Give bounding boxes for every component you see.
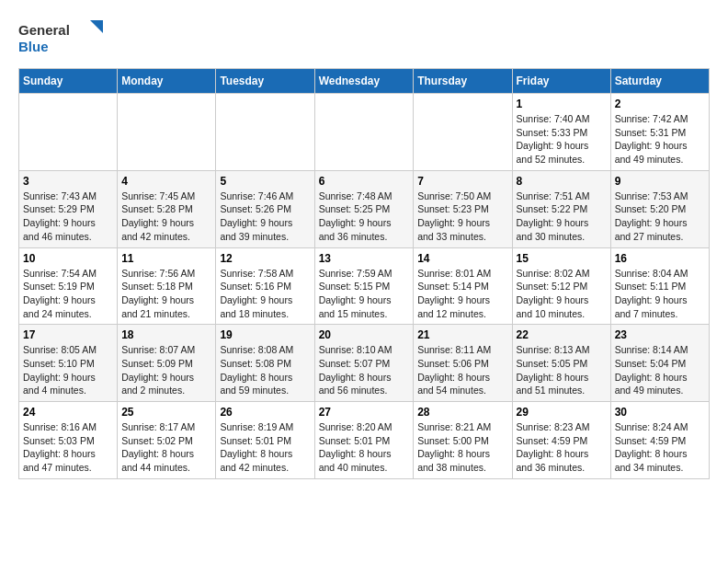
day-info: Sunrise: 7:45 AM Sunset: 5:28 PM Dayligh… [121,190,211,244]
calendar-cell [216,94,314,171]
calendar-table: SundayMondayTuesdayWednesdayThursdayFrid… [18,68,710,479]
calendar-cell [118,94,216,171]
day-info: Sunrise: 8:21 AM Sunset: 5:00 PM Dayligh… [417,420,507,475]
day-info: Sunrise: 7:42 AM Sunset: 5:31 PM Dayligh… [615,112,705,167]
day-number: 17 [23,328,113,341]
calendar-week-row: 1Sunrise: 7:40 AM Sunset: 5:33 PM Daylig… [19,94,710,171]
day-number: 10 [23,252,113,265]
day-number: 23 [615,328,705,341]
day-info: Sunrise: 8:17 AM Sunset: 5:02 PM Dayligh… [121,420,211,475]
calendar-week-row: 24Sunrise: 8:16 AM Sunset: 5:03 PM Dayli… [19,402,710,479]
day-info: Sunrise: 8:04 AM Sunset: 5:11 PM Dayligh… [615,267,705,321]
day-number: 26 [220,406,310,419]
svg-text:Blue: Blue [18,39,49,54]
day-info: Sunrise: 7:43 AM Sunset: 5:29 PM Dayligh… [23,190,113,244]
calendar-cell: 5Sunrise: 7:46 AM Sunset: 5:26 PM Daylig… [216,170,314,247]
calendar-cell [19,94,118,171]
calendar-cell: 23Sunrise: 8:14 AM Sunset: 5:04 PM Dayli… [610,325,709,402]
calendar-cell: 13Sunrise: 7:59 AM Sunset: 5:15 PM Dayli… [314,247,414,325]
calendar-cell: 21Sunrise: 8:11 AM Sunset: 5:06 PM Dayli… [414,325,512,402]
calendar-cell: 2Sunrise: 7:42 AM Sunset: 5:31 PM Daylig… [610,94,709,171]
day-number: 22 [517,328,607,341]
calendar-day-header: Sunday [19,69,118,94]
day-number: 21 [417,328,507,341]
day-info: Sunrise: 8:24 AM Sunset: 4:59 PM Dayligh… [615,420,705,475]
day-number: 2 [615,98,705,110]
calendar-day-header: Monday [118,69,216,94]
day-info: Sunrise: 8:14 AM Sunset: 5:04 PM Dayligh… [615,343,705,397]
svg-text:General: General [18,22,70,38]
day-info: Sunrise: 8:10 AM Sunset: 5:07 PM Dayligh… [319,343,410,397]
calendar-cell: 7Sunrise: 7:50 AM Sunset: 5:23 PM Daylig… [414,170,512,247]
day-number: 11 [121,252,211,265]
calendar-cell: 30Sunrise: 8:24 AM Sunset: 4:59 PM Dayli… [610,402,709,479]
day-number: 24 [23,406,113,419]
calendar-day-header: Saturday [610,69,709,94]
day-info: Sunrise: 8:08 AM Sunset: 5:08 PM Dayligh… [220,343,310,397]
calendar-header-row: SundayMondayTuesdayWednesdayThursdayFrid… [19,69,710,94]
calendar-cell [414,94,512,171]
calendar-cell: 6Sunrise: 7:48 AM Sunset: 5:25 PM Daylig… [314,170,414,247]
day-number: 7 [417,175,507,188]
calendar-day-header: Tuesday [216,69,314,94]
day-number: 5 [220,175,310,188]
calendar-day-header: Thursday [414,69,512,94]
day-info: Sunrise: 7:46 AM Sunset: 5:26 PM Dayligh… [220,190,310,244]
day-number: 19 [220,328,310,341]
calendar-cell: 22Sunrise: 8:13 AM Sunset: 5:05 PM Dayli… [512,325,610,402]
day-number: 30 [615,406,705,419]
day-info: Sunrise: 8:13 AM Sunset: 5:05 PM Dayligh… [517,343,607,397]
calendar-cell: 15Sunrise: 8:02 AM Sunset: 5:12 PM Dayli… [512,247,610,325]
calendar-cell: 19Sunrise: 8:08 AM Sunset: 5:08 PM Dayli… [216,325,314,402]
calendar-cell: 24Sunrise: 8:16 AM Sunset: 5:03 PM Dayli… [19,402,118,479]
logo-svg: General Blue [18,18,110,59]
day-info: Sunrise: 8:11 AM Sunset: 5:06 PM Dayligh… [417,343,507,397]
day-number: 29 [517,406,607,419]
calendar-day-header: Friday [512,69,610,94]
day-number: 1 [517,98,607,110]
day-number: 16 [615,252,705,265]
calendar-cell: 1Sunrise: 7:40 AM Sunset: 5:33 PM Daylig… [512,94,610,171]
calendar-day-header: Wednesday [314,69,414,94]
day-info: Sunrise: 8:05 AM Sunset: 5:10 PM Dayligh… [23,343,113,397]
day-info: Sunrise: 7:58 AM Sunset: 5:16 PM Dayligh… [220,267,310,321]
day-info: Sunrise: 7:40 AM Sunset: 5:33 PM Dayligh… [517,112,607,167]
day-info: Sunrise: 7:51 AM Sunset: 5:22 PM Dayligh… [517,190,607,244]
logo: General Blue [18,18,110,59]
day-info: Sunrise: 7:54 AM Sunset: 5:19 PM Dayligh… [23,267,113,321]
day-number: 3 [23,175,113,188]
day-number: 25 [121,406,211,419]
calendar-cell: 11Sunrise: 7:56 AM Sunset: 5:18 PM Dayli… [118,247,216,325]
day-number: 4 [121,175,211,188]
day-info: Sunrise: 7:50 AM Sunset: 5:23 PM Dayligh… [417,190,507,244]
day-info: Sunrise: 7:59 AM Sunset: 5:15 PM Dayligh… [319,267,410,321]
day-number: 13 [319,252,410,265]
day-info: Sunrise: 8:19 AM Sunset: 5:01 PM Dayligh… [220,420,310,475]
day-info: Sunrise: 7:53 AM Sunset: 5:20 PM Dayligh… [615,190,705,244]
day-number: 18 [121,328,211,341]
calendar-cell: 28Sunrise: 8:21 AM Sunset: 5:00 PM Dayli… [414,402,512,479]
calendar-cell: 4Sunrise: 7:45 AM Sunset: 5:28 PM Daylig… [118,170,216,247]
calendar-cell: 14Sunrise: 8:01 AM Sunset: 5:14 PM Dayli… [414,247,512,325]
calendar-cell: 25Sunrise: 8:17 AM Sunset: 5:02 PM Dayli… [118,402,216,479]
calendar-cell: 17Sunrise: 8:05 AM Sunset: 5:10 PM Dayli… [19,325,118,402]
calendar-week-row: 10Sunrise: 7:54 AM Sunset: 5:19 PM Dayli… [19,247,710,325]
svg-marker-2 [90,20,103,33]
page-header: General Blue [18,18,710,59]
calendar-week-row: 3Sunrise: 7:43 AM Sunset: 5:29 PM Daylig… [19,170,710,247]
calendar-cell: 27Sunrise: 8:20 AM Sunset: 5:01 PM Dayli… [314,402,414,479]
calendar-cell: 18Sunrise: 8:07 AM Sunset: 5:09 PM Dayli… [118,325,216,402]
calendar-cell: 16Sunrise: 8:04 AM Sunset: 5:11 PM Dayli… [610,247,709,325]
day-info: Sunrise: 7:56 AM Sunset: 5:18 PM Dayligh… [121,267,211,321]
calendar-cell: 8Sunrise: 7:51 AM Sunset: 5:22 PM Daylig… [512,170,610,247]
calendar-cell: 29Sunrise: 8:23 AM Sunset: 4:59 PM Dayli… [512,402,610,479]
calendar-cell: 20Sunrise: 8:10 AM Sunset: 5:07 PM Dayli… [314,325,414,402]
day-number: 27 [319,406,410,419]
day-number: 8 [517,175,607,188]
day-number: 20 [319,328,410,341]
calendar-cell: 3Sunrise: 7:43 AM Sunset: 5:29 PM Daylig… [19,170,118,247]
day-number: 15 [517,252,607,265]
day-info: Sunrise: 8:20 AM Sunset: 5:01 PM Dayligh… [319,420,410,475]
day-number: 6 [319,175,410,188]
calendar-body: 1Sunrise: 7:40 AM Sunset: 5:33 PM Daylig… [19,94,710,479]
